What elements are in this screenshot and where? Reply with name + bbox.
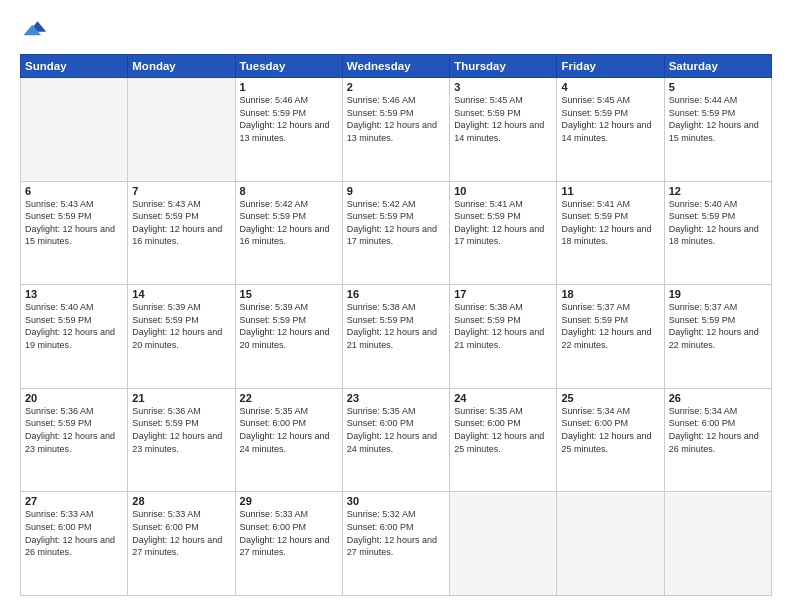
day-number: 10 <box>454 185 552 197</box>
day-info: Sunrise: 5:35 AM Sunset: 6:00 PM Dayligh… <box>347 405 445 455</box>
day-number: 4 <box>561 81 659 93</box>
day-number: 11 <box>561 185 659 197</box>
day-number: 29 <box>240 495 338 507</box>
calendar-cell: 29Sunrise: 5:33 AM Sunset: 6:00 PM Dayli… <box>235 492 342 596</box>
calendar-cell <box>128 78 235 182</box>
day-info: Sunrise: 5:41 AM Sunset: 5:59 PM Dayligh… <box>561 198 659 248</box>
day-number: 13 <box>25 288 123 300</box>
day-info: Sunrise: 5:43 AM Sunset: 5:59 PM Dayligh… <box>132 198 230 248</box>
calendar-cell: 8Sunrise: 5:42 AM Sunset: 5:59 PM Daylig… <box>235 181 342 285</box>
day-number: 18 <box>561 288 659 300</box>
calendar-cell <box>664 492 771 596</box>
day-number: 16 <box>347 288 445 300</box>
weekday-header-thursday: Thursday <box>450 55 557 78</box>
day-info: Sunrise: 5:35 AM Sunset: 6:00 PM Dayligh… <box>240 405 338 455</box>
day-info: Sunrise: 5:33 AM Sunset: 6:00 PM Dayligh… <box>132 508 230 558</box>
calendar-cell: 4Sunrise: 5:45 AM Sunset: 5:59 PM Daylig… <box>557 78 664 182</box>
calendar-cell: 18Sunrise: 5:37 AM Sunset: 5:59 PM Dayli… <box>557 285 664 389</box>
weekday-header-wednesday: Wednesday <box>342 55 449 78</box>
day-number: 9 <box>347 185 445 197</box>
day-info: Sunrise: 5:34 AM Sunset: 6:00 PM Dayligh… <box>561 405 659 455</box>
calendar-cell: 30Sunrise: 5:32 AM Sunset: 6:00 PM Dayli… <box>342 492 449 596</box>
weekday-header-monday: Monday <box>128 55 235 78</box>
day-info: Sunrise: 5:36 AM Sunset: 5:59 PM Dayligh… <box>132 405 230 455</box>
week-row-2: 6Sunrise: 5:43 AM Sunset: 5:59 PM Daylig… <box>21 181 772 285</box>
day-info: Sunrise: 5:46 AM Sunset: 5:59 PM Dayligh… <box>347 94 445 144</box>
calendar-cell: 14Sunrise: 5:39 AM Sunset: 5:59 PM Dayli… <box>128 285 235 389</box>
weekday-header-saturday: Saturday <box>664 55 771 78</box>
weekday-header-sunday: Sunday <box>21 55 128 78</box>
day-info: Sunrise: 5:40 AM Sunset: 5:59 PM Dayligh… <box>669 198 767 248</box>
calendar-cell: 1Sunrise: 5:46 AM Sunset: 5:59 PM Daylig… <box>235 78 342 182</box>
day-number: 22 <box>240 392 338 404</box>
day-info: Sunrise: 5:35 AM Sunset: 6:00 PM Dayligh… <box>454 405 552 455</box>
calendar-cell: 19Sunrise: 5:37 AM Sunset: 5:59 PM Dayli… <box>664 285 771 389</box>
day-number: 26 <box>669 392 767 404</box>
calendar-cell <box>557 492 664 596</box>
day-info: Sunrise: 5:39 AM Sunset: 5:59 PM Dayligh… <box>132 301 230 351</box>
day-number: 2 <box>347 81 445 93</box>
day-number: 28 <box>132 495 230 507</box>
calendar-cell <box>450 492 557 596</box>
day-number: 27 <box>25 495 123 507</box>
week-row-1: 1Sunrise: 5:46 AM Sunset: 5:59 PM Daylig… <box>21 78 772 182</box>
calendar-cell: 27Sunrise: 5:33 AM Sunset: 6:00 PM Dayli… <box>21 492 128 596</box>
day-number: 5 <box>669 81 767 93</box>
day-info: Sunrise: 5:37 AM Sunset: 5:59 PM Dayligh… <box>669 301 767 351</box>
day-number: 21 <box>132 392 230 404</box>
calendar-cell: 17Sunrise: 5:38 AM Sunset: 5:59 PM Dayli… <box>450 285 557 389</box>
day-number: 17 <box>454 288 552 300</box>
week-row-3: 13Sunrise: 5:40 AM Sunset: 5:59 PM Dayli… <box>21 285 772 389</box>
calendar-cell: 24Sunrise: 5:35 AM Sunset: 6:00 PM Dayli… <box>450 388 557 492</box>
day-info: Sunrise: 5:39 AM Sunset: 5:59 PM Dayligh… <box>240 301 338 351</box>
calendar-table: SundayMondayTuesdayWednesdayThursdayFrid… <box>20 54 772 596</box>
calendar-cell: 3Sunrise: 5:45 AM Sunset: 5:59 PM Daylig… <box>450 78 557 182</box>
calendar-cell: 11Sunrise: 5:41 AM Sunset: 5:59 PM Dayli… <box>557 181 664 285</box>
day-info: Sunrise: 5:44 AM Sunset: 5:59 PM Dayligh… <box>669 94 767 144</box>
header <box>20 16 772 44</box>
day-info: Sunrise: 5:32 AM Sunset: 6:00 PM Dayligh… <box>347 508 445 558</box>
day-info: Sunrise: 5:36 AM Sunset: 5:59 PM Dayligh… <box>25 405 123 455</box>
calendar-cell: 20Sunrise: 5:36 AM Sunset: 5:59 PM Dayli… <box>21 388 128 492</box>
calendar-cell: 9Sunrise: 5:42 AM Sunset: 5:59 PM Daylig… <box>342 181 449 285</box>
day-info: Sunrise: 5:33 AM Sunset: 6:00 PM Dayligh… <box>240 508 338 558</box>
day-number: 24 <box>454 392 552 404</box>
day-info: Sunrise: 5:34 AM Sunset: 6:00 PM Dayligh… <box>669 405 767 455</box>
day-info: Sunrise: 5:38 AM Sunset: 5:59 PM Dayligh… <box>347 301 445 351</box>
calendar-cell: 23Sunrise: 5:35 AM Sunset: 6:00 PM Dayli… <box>342 388 449 492</box>
calendar-cell: 15Sunrise: 5:39 AM Sunset: 5:59 PM Dayli… <box>235 285 342 389</box>
calendar-cell: 13Sunrise: 5:40 AM Sunset: 5:59 PM Dayli… <box>21 285 128 389</box>
calendar-cell: 6Sunrise: 5:43 AM Sunset: 5:59 PM Daylig… <box>21 181 128 285</box>
day-info: Sunrise: 5:33 AM Sunset: 6:00 PM Dayligh… <box>25 508 123 558</box>
day-info: Sunrise: 5:40 AM Sunset: 5:59 PM Dayligh… <box>25 301 123 351</box>
weekday-header-row: SundayMondayTuesdayWednesdayThursdayFrid… <box>21 55 772 78</box>
day-info: Sunrise: 5:38 AM Sunset: 5:59 PM Dayligh… <box>454 301 552 351</box>
weekday-header-tuesday: Tuesday <box>235 55 342 78</box>
day-number: 6 <box>25 185 123 197</box>
day-number: 3 <box>454 81 552 93</box>
weekday-header-friday: Friday <box>557 55 664 78</box>
calendar-cell: 21Sunrise: 5:36 AM Sunset: 5:59 PM Dayli… <box>128 388 235 492</box>
day-number: 19 <box>669 288 767 300</box>
calendar-body: 1Sunrise: 5:46 AM Sunset: 5:59 PM Daylig… <box>21 78 772 596</box>
day-info: Sunrise: 5:45 AM Sunset: 5:59 PM Dayligh… <box>561 94 659 144</box>
day-number: 15 <box>240 288 338 300</box>
calendar-cell: 5Sunrise: 5:44 AM Sunset: 5:59 PM Daylig… <box>664 78 771 182</box>
day-info: Sunrise: 5:46 AM Sunset: 5:59 PM Dayligh… <box>240 94 338 144</box>
calendar-cell <box>21 78 128 182</box>
day-number: 30 <box>347 495 445 507</box>
day-number: 14 <box>132 288 230 300</box>
day-info: Sunrise: 5:45 AM Sunset: 5:59 PM Dayligh… <box>454 94 552 144</box>
calendar-header: SundayMondayTuesdayWednesdayThursdayFrid… <box>21 55 772 78</box>
calendar-cell: 22Sunrise: 5:35 AM Sunset: 6:00 PM Dayli… <box>235 388 342 492</box>
week-row-5: 27Sunrise: 5:33 AM Sunset: 6:00 PM Dayli… <box>21 492 772 596</box>
day-info: Sunrise: 5:42 AM Sunset: 5:59 PM Dayligh… <box>347 198 445 248</box>
day-info: Sunrise: 5:43 AM Sunset: 5:59 PM Dayligh… <box>25 198 123 248</box>
logo <box>20 16 50 44</box>
calendar-cell: 16Sunrise: 5:38 AM Sunset: 5:59 PM Dayli… <box>342 285 449 389</box>
day-number: 8 <box>240 185 338 197</box>
day-number: 25 <box>561 392 659 404</box>
day-number: 7 <box>132 185 230 197</box>
calendar-cell: 7Sunrise: 5:43 AM Sunset: 5:59 PM Daylig… <box>128 181 235 285</box>
calendar-cell: 2Sunrise: 5:46 AM Sunset: 5:59 PM Daylig… <box>342 78 449 182</box>
